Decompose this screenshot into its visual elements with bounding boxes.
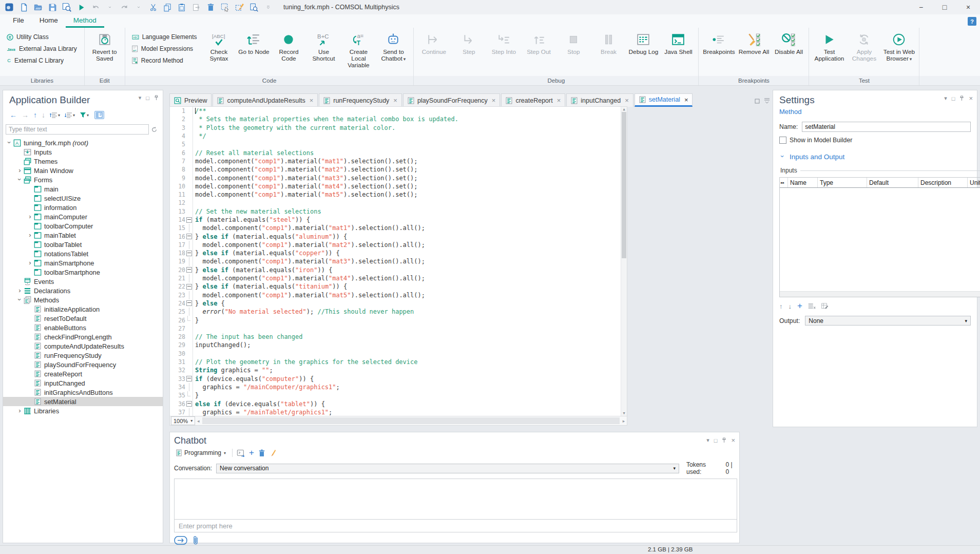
close-tab-icon[interactable]: × [492, 97, 496, 104]
editor-tab-playsoundforfrequency[interactable]: playSoundForFrequency× [403, 93, 500, 107]
tree-item-checkfindpronglength[interactable]: checkFindProngLength [3, 332, 163, 341]
save-icon[interactable] [46, 2, 59, 13]
redo-icon[interactable] [118, 2, 130, 13]
chevron-down-icon[interactable]: › [6, 139, 13, 146]
panel-menu-icon[interactable]: ▾ [706, 437, 709, 444]
clear-conversation-brush-icon[interactable] [270, 449, 276, 457]
panel-float-icon[interactable]: □ [146, 95, 149, 101]
utility-class-button[interactable]: Utility Class [4, 32, 79, 42]
panel-pin-icon[interactable] [154, 95, 159, 101]
panel-menu-icon[interactable]: ▾ [944, 95, 947, 102]
expand-list-icon[interactable]: ▾ [50, 112, 60, 119]
tree-item-computeandupdateresults[interactable]: computeAndUpdateResults [3, 341, 163, 351]
tree-filter-input[interactable] [6, 124, 149, 135]
send-code-to-chatbot-icon[interactable] [237, 449, 245, 457]
chevron-right-icon[interactable]: › [27, 213, 33, 220]
inputs-table-scrollbar[interactable] [780, 291, 980, 297]
tree-item-inputs[interactable]: Inputs [3, 147, 163, 157]
tree-item-createreport[interactable]: createReport [3, 369, 163, 378]
tree-item-setmaterial[interactable]: setMaterial [3, 397, 163, 406]
tree-item-declarations[interactable]: ›Declarations [3, 286, 163, 295]
save-find-icon[interactable] [61, 2, 73, 13]
panel-float-icon[interactable]: □ [952, 95, 955, 102]
run-icon[interactable] [75, 2, 87, 13]
panel-pin-icon[interactable] [959, 95, 964, 101]
editor-tab-createreport[interactable]: createReport× [501, 93, 565, 107]
edit-table-icon[interactable] [821, 303, 829, 310]
external-c-library-button[interactable]: CExternal C Library [4, 55, 79, 66]
attach-file-icon[interactable] [193, 536, 199, 545]
scroll-right-icon[interactable]: ▸ [621, 416, 627, 425]
ribbon-tab-file[interactable]: File [5, 14, 32, 28]
chevron-right-icon[interactable]: › [27, 259, 33, 266]
disable-all-button[interactable]: Disable All [772, 31, 805, 76]
collapse-list-icon[interactable]: ▾ [65, 112, 75, 119]
tree-item-methods[interactable]: ›Methods [3, 295, 163, 304]
java-shell-button[interactable]: Java Shell [661, 31, 695, 76]
code-area[interactable]: 1/**2 * Sets the material properties whe… [170, 107, 627, 416]
check-syntax-button[interactable]: [ABC]Check Syntax [202, 31, 236, 76]
editor-tab-runfrequencystudy[interactable]: runFrequencyStudy× [319, 93, 402, 107]
tree-item-notationstablet[interactable]: notationsTablet [3, 249, 163, 258]
paste-special-icon[interactable] [190, 2, 202, 13]
move-down-icon[interactable]: ↓ [42, 111, 45, 119]
tree-item-toolbarcomputer[interactable]: toolbarComputer [3, 221, 163, 231]
close-tab-icon[interactable]: × [625, 97, 629, 104]
ribbon-tab-method[interactable]: Method [66, 14, 104, 28]
nav-forward-icon[interactable]: → [22, 111, 29, 119]
editor-zoom-control[interactable]: 100% ▾ [171, 416, 195, 425]
tree-item-main[interactable]: main [3, 184, 163, 194]
maximize-editor-icon[interactable] [755, 99, 760, 104]
inputs-column-unit[interactable]: Unit [968, 178, 980, 187]
close-tab-icon[interactable]: × [393, 97, 397, 104]
paste-icon[interactable] [176, 2, 188, 13]
panel-close-icon[interactable]: × [969, 94, 973, 102]
debug-log-button[interactable]: Debug Log [626, 31, 660, 76]
inputs-column-name[interactable]: Name [788, 178, 818, 187]
model-expressions-button[interactable]: a=Model Expressions [129, 44, 199, 54]
close-tab-icon[interactable]: × [557, 97, 561, 104]
delete-conversation-icon[interactable] [258, 449, 265, 457]
conversation-dropdown[interactable]: New conversation ▾ [216, 464, 679, 473]
tree-item-inputchanged[interactable]: inputChanged [3, 378, 163, 388]
find-preview-icon[interactable] [247, 2, 260, 13]
caret-icon[interactable] [104, 2, 116, 13]
editor-tab-inputchanged[interactable]: inputChanged× [566, 93, 633, 107]
inputs-column-type[interactable]: Type [818, 178, 867, 187]
record-method-button[interactable]: Record Method [129, 55, 199, 66]
horizontal-scrollbar-thumb[interactable] [202, 417, 620, 424]
tree-item-information[interactable]: information [3, 203, 163, 212]
editor-tab-setmaterial[interactable]: setMaterial× [635, 93, 693, 107]
tab-list-icon[interactable] [764, 98, 770, 104]
tree-item-libraries[interactable]: ›Libraries [3, 406, 163, 415]
tree-item-enablebuttons[interactable]: enableButtons [3, 323, 163, 332]
tree-item-maincomputer[interactable]: ›mainComputer [3, 212, 163, 221]
editor-tab-preview[interactable]: Preview [169, 93, 212, 107]
tree-item-main-window[interactable]: ›Main Window [3, 166, 163, 175]
inputs-and-output-section-header[interactable]: › Inputs and Output [779, 153, 971, 161]
move-up-icon[interactable]: ↑ [33, 111, 37, 119]
tree-item-playsoundforfrequency[interactable]: playSoundForFrequency [3, 360, 163, 369]
editor-tab-computeandupdateresults[interactable]: computeAndUpdateResults× [213, 93, 318, 107]
help-button[interactable]: ? [968, 17, 976, 26]
ribbon-tab-home[interactable]: Home [32, 14, 66, 28]
tree-item-events[interactable]: Events [3, 277, 163, 286]
panel-pin-icon[interactable] [722, 437, 726, 443]
revert-to-saved-button[interactable]: Revert to Saved [88, 31, 122, 76]
tree-item-tuning-fork-mph[interactable]: ›Atuning_fork.mph (root) [3, 138, 163, 147]
tree-item-resettodefault[interactable]: resetToDefault [3, 314, 163, 323]
scroll-up-icon[interactable]: ▲ [621, 107, 627, 112]
inputs-column-description[interactable]: Description [918, 178, 968, 187]
model-builder-node-toggle-icon[interactable] [94, 111, 104, 119]
method-name-input[interactable] [802, 122, 971, 132]
tree-item-initializeapplication[interactable]: initializeApplication [3, 304, 163, 314]
delete-icon[interactable] [204, 2, 217, 13]
test-application-button[interactable]: Test Application [812, 31, 846, 76]
chevron-down-icon[interactable]: › [16, 296, 24, 303]
close-button[interactable]: × [956, 0, 980, 14]
record-code-button[interactable]: Record Code [272, 31, 305, 76]
tree-item-themes[interactable]: Themes [3, 157, 163, 166]
copy-icon[interactable] [161, 2, 174, 13]
tree-item-initgraphicsandbuttons[interactable]: initGraphicsAndButtons [3, 388, 163, 397]
breakpoints-button[interactable]: Breakpoints [702, 31, 736, 76]
